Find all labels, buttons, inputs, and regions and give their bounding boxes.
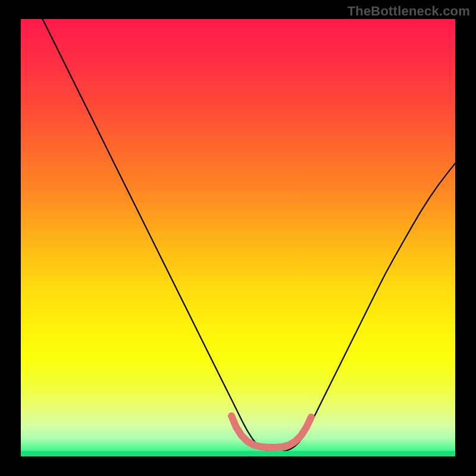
- plot-area: [21, 19, 455, 456]
- optimal-range-marker: [21, 19, 455, 456]
- watermark-text: TheBottleneck.com: [347, 4, 470, 19]
- chart-frame: TheBottleneck.com: [0, 0, 476, 476]
